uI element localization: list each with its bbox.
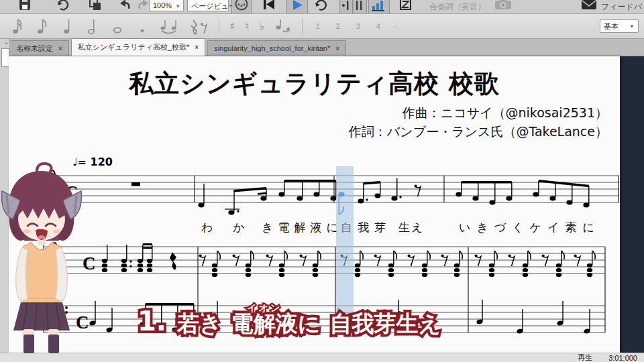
musescore-window: 100%▼ ページビュー▼ 合奏調（実音） フィードバ — [0, 0, 644, 362]
chevron-down-icon: ▼ — [629, 23, 635, 29]
zoom-value: 100% — [153, 1, 172, 9]
close-icon[interactable]: × — [335, 45, 339, 52]
toolbar-separator — [302, 19, 303, 34]
feedback-label[interactable]: フィードバ — [601, 1, 642, 13]
tab-label: 名称未設定 — [16, 44, 53, 54]
kiritan-character-illustration — [0, 162, 86, 353]
caption-particle: に — [298, 312, 321, 335]
play-repeats-icon[interactable] — [339, 0, 353, 14]
chevron-down-icon: ▼ — [175, 3, 180, 9]
sharp-icon[interactable]: ♯ — [229, 19, 235, 33]
voice-4-button[interactable]: 4 — [373, 22, 383, 30]
half-note-icon[interactable] — [85, 17, 100, 36]
voice-2-button[interactable]: 2 — [333, 22, 343, 30]
loop-playback-icon[interactable] — [314, 0, 329, 14]
lyric-syllable[interactable]: わ — [201, 220, 213, 235]
document-tab-bar: 名称未設定 × 私立シンギュラリティ高校_校歌* × singularity_h… — [0, 39, 644, 56]
save-icon[interactable] — [19, 0, 31, 14]
voice-3-button[interactable]: 3 — [353, 22, 363, 30]
open-icon[interactable] — [56, 0, 70, 14]
lyric-phrase[interactable]: いきづくケイ素に — [459, 220, 600, 235]
quarter-note-icon[interactable] — [60, 17, 75, 36]
lyric-phrase[interactable]: き電解液に — [262, 220, 343, 235]
rest-icon[interactable] — [190, 17, 209, 36]
toolbar-separator — [219, 19, 219, 34]
status-bar: 再生 3:01:000 — [0, 353, 644, 362]
view-value: ページビュー — [191, 2, 236, 10]
caption-furigana: イオン — [231, 302, 298, 313]
flip-direction-icon[interactable] — [274, 17, 292, 36]
view-mode-select[interactable]: ページビュー▼ — [187, 0, 229, 11]
voice-1-button[interactable]: 1 — [313, 22, 323, 30]
play-icon[interactable] — [286, 0, 308, 14]
caption-word: 自我芽生え — [330, 312, 441, 335]
close-icon[interactable]: × — [195, 44, 199, 51]
sixteenth-note-icon[interactable] — [11, 17, 25, 36]
pan-score-icon[interactable] — [354, 0, 367, 14]
status-time: 3:01:000 — [608, 354, 637, 362]
close-icon[interactable]: × — [58, 45, 62, 52]
image-capture-icon[interactable] — [399, 0, 413, 14]
tab-untitled[interactable]: 名称未設定 × — [9, 40, 69, 56]
lyric-syllable[interactable]: か — [233, 220, 244, 235]
metronome-icon[interactable] — [368, 0, 390, 14]
camera-icon[interactable] — [494, 0, 512, 14]
tie-icon[interactable] — [160, 17, 180, 36]
rewind-icon[interactable] — [262, 0, 276, 14]
caption-text-layer: 1. 若き 電解液イオン に 自我芽生え — [138, 303, 441, 335]
caption-verse-number: 1. — [138, 308, 166, 335]
status-mode: 再生 — [578, 353, 592, 362]
redo-icon[interactable] — [137, 0, 150, 14]
workspace-value: 基本 — [604, 21, 619, 32]
flat-icon[interactable]: ♭ — [259, 19, 264, 33]
natural-icon[interactable]: ♮ — [245, 19, 249, 33]
lyric-phrase[interactable]: 生え — [398, 220, 424, 235]
tab-singularity-kiritan[interactable]: singularity_high_school_for_kiritan* × — [207, 40, 346, 56]
concert-pitch-button[interactable]: 合奏調（実音） — [429, 1, 486, 13]
workspace-select[interactable]: 基本 ▼ — [600, 19, 639, 33]
print-icon[interactable] — [89, 0, 102, 14]
whole-note-icon[interactable] — [110, 17, 125, 36]
note-input-toolbar: ♯ ♮ ♭ 1 2 3 4 ⁞⁞ 基本 ▼ — [0, 14, 644, 39]
zoom-select[interactable]: 100%▼ — [149, 0, 184, 11]
undo-icon[interactable] — [118, 0, 131, 14]
feedback-envelope-icon[interactable] — [581, 0, 597, 14]
eighth-note-icon[interactable] — [36, 17, 50, 36]
close-icon[interactable]: × — [5, 40, 8, 46]
main-toolbar: 100%▼ ページビュー▼ 合奏調（実音） フィードバ — [0, 0, 644, 14]
midi-input-icon[interactable] — [231, 0, 252, 14]
toolbar-grip[interactable]: ⁞⁞ — [393, 23, 398, 29]
augmentation-dot-icon[interactable] — [135, 17, 150, 36]
tab-label: singularity_high_school_for_kiritan* — [214, 44, 330, 52]
caption-word: 若き — [177, 312, 222, 335]
character-art — [0, 162, 86, 353]
tab-label: 私立シンギュラリティ高校_校歌* — [78, 42, 189, 52]
tab-school-anthem[interactable]: 私立シンギュラリティ高校_校歌* × — [71, 38, 205, 56]
caption-ruby-word: 電解液イオン — [231, 303, 298, 335]
